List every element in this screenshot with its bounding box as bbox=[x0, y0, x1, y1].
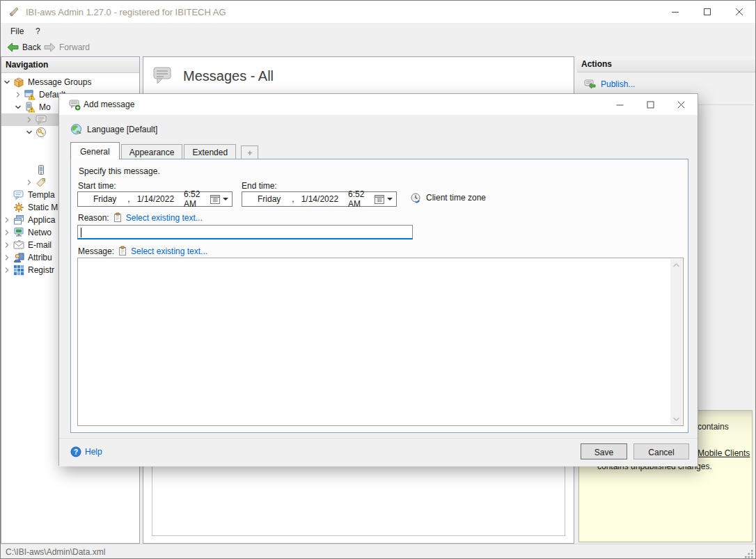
end-time-picker[interactable]: Friday , 1/14/2022 6:52 AM bbox=[242, 191, 397, 207]
message-label: Message: bbox=[78, 246, 114, 256]
chevron-right-icon[interactable] bbox=[1, 254, 13, 261]
menu-help[interactable]: ? bbox=[31, 25, 45, 38]
navigation-header: Navigation bbox=[1, 57, 139, 73]
message-textarea-wrap bbox=[77, 258, 684, 426]
title-bar: IBI-aws Admin 1.27.0 - registered for IB… bbox=[1, 1, 755, 23]
reason-label: Reason: bbox=[78, 213, 109, 223]
tool-bar: Back Forward bbox=[1, 39, 755, 56]
minimize-button[interactable] bbox=[659, 1, 691, 22]
tab-general[interactable]: General bbox=[70, 142, 120, 159]
scroll-up-icon[interactable] bbox=[670, 259, 682, 271]
forward-button[interactable]: Forward bbox=[41, 40, 93, 54]
add-message-icon bbox=[69, 99, 81, 111]
text-caret bbox=[81, 228, 81, 237]
chevron-right-icon[interactable] bbox=[1, 267, 13, 274]
grid-icon bbox=[13, 265, 25, 276]
tab-strip: General Appearance Extended + bbox=[70, 142, 260, 159]
chevron-down-icon[interactable] bbox=[13, 104, 24, 111]
message-textarea[interactable] bbox=[79, 260, 668, 424]
back-arrow-icon bbox=[7, 42, 19, 52]
dialog-maximize-button[interactable] bbox=[635, 94, 666, 115]
start-time-label: Start time: bbox=[78, 181, 116, 191]
publish-link[interactable]: Publish... bbox=[601, 79, 635, 89]
sidebar-item-message-groups[interactable]: Message Groups bbox=[1, 76, 139, 88]
chevron-right-icon[interactable] bbox=[1, 216, 13, 223]
package-icon bbox=[13, 77, 25, 88]
chevron-right-icon[interactable] bbox=[1, 242, 13, 249]
chevron-down-icon[interactable] bbox=[1, 79, 13, 86]
client-time-zone: Client time zone bbox=[409, 191, 486, 204]
notification-text-fragment: contains bbox=[698, 422, 729, 432]
mobile-clients-link[interactable]: Mobile Clients bbox=[698, 448, 750, 458]
start-time-picker[interactable]: Friday , 1/14/2022 6:52 AM bbox=[77, 191, 233, 207]
status-bar: C:\IBI-aws\Admin\Data.xml bbox=[1, 544, 755, 559]
globe-icon bbox=[70, 123, 82, 135]
add-message-dialog: Add message Language [Default] General A… bbox=[58, 93, 698, 466]
reason-row: Reason: Select existing text... bbox=[78, 212, 203, 223]
language-label: Language [Default] bbox=[87, 125, 157, 134]
maximize-button[interactable] bbox=[691, 1, 723, 22]
back-button[interactable]: Back bbox=[4, 40, 44, 54]
message-row: Message: Select existing text... bbox=[78, 246, 207, 256]
key-circle-icon bbox=[35, 127, 47, 138]
publish-icon bbox=[584, 79, 597, 90]
svg-text:?: ? bbox=[74, 448, 78, 456]
save-button[interactable]: Save bbox=[581, 443, 627, 459]
close-button[interactable] bbox=[723, 1, 755, 22]
reason-input[interactable] bbox=[80, 226, 407, 237]
messages-icon bbox=[152, 65, 173, 86]
app-icon bbox=[8, 6, 19, 17]
dialog-close-button[interactable] bbox=[666, 94, 696, 115]
help-action[interactable]: ? Help bbox=[70, 446, 102, 457]
dialog-title: Add message bbox=[84, 100, 134, 109]
menu-file[interactable]: File bbox=[6, 25, 28, 38]
menu-bar: File ? bbox=[1, 23, 755, 39]
chevron-right-icon[interactable] bbox=[24, 179, 35, 186]
actions-header: Actions bbox=[577, 56, 756, 72]
paste-icon bbox=[118, 246, 127, 256]
person-icon bbox=[13, 252, 25, 263]
resize-grip[interactable] bbox=[744, 549, 754, 558]
forward-arrow-icon bbox=[44, 42, 56, 52]
end-time-label: End time: bbox=[242, 181, 277, 191]
scrollbar[interactable] bbox=[670, 259, 682, 425]
window-alert-icon bbox=[24, 89, 36, 100]
message-lines-icon bbox=[35, 114, 47, 125]
scroll-down-icon[interactable] bbox=[670, 413, 682, 425]
page-title: Messages - All bbox=[183, 68, 274, 84]
email-icon bbox=[13, 239, 25, 251]
message-select-existing-link[interactable]: Select existing text... bbox=[131, 246, 207, 256]
window-title: IBI-aws Admin 1.27.0 - registered for IB… bbox=[26, 7, 226, 17]
chevron-right-icon[interactable] bbox=[24, 116, 35, 123]
app-window: IBI-aws Admin 1.27.0 - registered for IB… bbox=[0, 0, 756, 559]
applications-icon bbox=[13, 214, 25, 226]
tab-appearance[interactable]: Appearance bbox=[121, 144, 183, 159]
reason-input-wrap bbox=[77, 225, 413, 239]
chevron-right-icon[interactable] bbox=[13, 91, 24, 98]
main-header: Messages - All bbox=[143, 57, 574, 94]
dialog-footer: ? Help Save Cancel bbox=[59, 438, 698, 466]
dropdown-arrow-icon[interactable] bbox=[387, 198, 393, 200]
dropdown-arrow-icon[interactable] bbox=[223, 198, 228, 200]
clock-icon bbox=[409, 191, 423, 204]
chevron-down-icon[interactable] bbox=[24, 129, 35, 136]
cancel-button[interactable]: Cancel bbox=[633, 443, 689, 459]
tab-extended[interactable]: Extended bbox=[184, 144, 236, 159]
tab-add-language[interactable]: + bbox=[241, 145, 258, 159]
phone-alert-icon bbox=[24, 102, 36, 113]
template-bubble-icon bbox=[13, 189, 25, 200]
help-icon: ? bbox=[70, 446, 81, 457]
calendar-icon bbox=[210, 194, 220, 204]
phone-icon bbox=[35, 164, 47, 175]
data-file-path: C:\IBI-aws\Admin\Data.xml bbox=[6, 547, 105, 557]
general-tab-page: Specify this message. Start time: Friday… bbox=[70, 159, 688, 433]
network-monitor-icon bbox=[13, 227, 25, 238]
publish-action[interactable]: Publish... bbox=[584, 79, 635, 90]
dialog-minimize-button[interactable] bbox=[604, 94, 635, 115]
language-row: Language [Default] bbox=[70, 123, 157, 135]
chevron-right-icon[interactable] bbox=[1, 229, 13, 236]
paste-icon bbox=[113, 212, 123, 223]
help-link[interactable]: Help bbox=[85, 447, 102, 457]
calendar-icon bbox=[375, 194, 384, 204]
reason-select-existing-link[interactable]: Select existing text... bbox=[126, 213, 203, 223]
